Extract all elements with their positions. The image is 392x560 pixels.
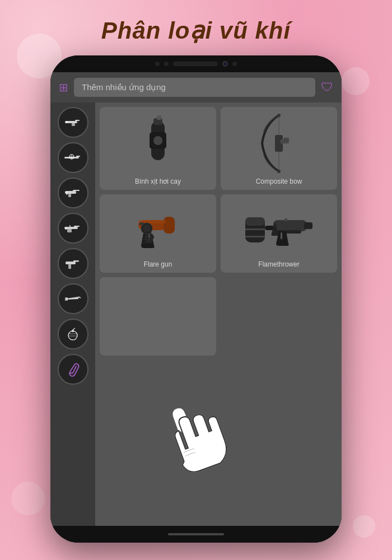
phone-speaker <box>173 62 218 66</box>
sidebar-item-clip[interactable] <box>58 354 88 385</box>
phone-dot-left2 <box>164 62 169 66</box>
sidebar <box>50 102 95 526</box>
svg-point-33 <box>153 136 162 145</box>
grid-icon: ⊞ <box>59 81 68 94</box>
search-input[interactable]: Thêm nhiều ứng dụng <box>74 78 315 97</box>
phone-bottom <box>50 526 342 543</box>
svg-rect-52 <box>245 217 265 226</box>
hand-cursor <box>151 400 241 492</box>
sidebar-item-grenade[interactable] <box>58 319 88 349</box>
svg-rect-20 <box>68 264 71 269</box>
sidebar-item-blade[interactable] <box>58 283 88 314</box>
svg-marker-21 <box>66 297 78 300</box>
weapon-card-pepper-spray[interactable]: Bình xịt hơi cay <box>100 107 216 190</box>
svg-rect-55 <box>304 222 312 229</box>
svg-rect-10 <box>73 190 80 191</box>
svg-rect-5 <box>76 156 80 157</box>
page-title: Phân loại vũ khí <box>101 17 291 44</box>
phone-shell: ⊞ Thêm nhiều ứng dụng 🛡 <box>50 55 342 543</box>
phone-screen: ⊞ Thêm nhiều ứng dụng 🛡 <box>50 72 342 526</box>
svg-point-38 <box>277 170 281 173</box>
weapon-card-flare-gun[interactable]: Flare gun <box>100 194 216 273</box>
svg-rect-54 <box>273 220 307 231</box>
sidebar-item-machine-gun[interactable] <box>58 213 88 244</box>
svg-rect-16 <box>65 228 67 230</box>
sidebar-item-smg[interactable] <box>58 178 88 208</box>
svg-rect-1 <box>75 120 80 121</box>
weapon-image-flamethrower <box>225 200 333 257</box>
svg-rect-57 <box>281 232 282 239</box>
shield-icon[interactable]: 🛡 <box>321 80 333 95</box>
svg-rect-46 <box>139 222 144 225</box>
search-bar: ⊞ Thêm nhiều ứng dụng 🛡 <box>50 72 342 102</box>
composite-bow-label: Composite bow <box>256 178 302 185</box>
svg-rect-12 <box>66 192 68 195</box>
phone-dot-right <box>232 62 237 66</box>
sidebar-item-rifle[interactable] <box>58 107 88 138</box>
svg-point-24 <box>68 331 77 340</box>
flamethrower-label: Flamethrower <box>258 260 299 268</box>
svg-rect-22 <box>65 297 68 301</box>
svg-rect-14 <box>74 226 80 227</box>
pepper-spray-label: Bình xịt hơi cay <box>135 178 181 185</box>
svg-rect-19 <box>73 260 79 262</box>
svg-line-26 <box>73 328 75 330</box>
phone-dot-left <box>155 62 160 66</box>
sidebar-item-sniper[interactable] <box>58 142 88 173</box>
svg-rect-59 <box>245 228 265 230</box>
weapon-image-flare-gun <box>104 200 212 257</box>
flare-gun-label: Flare gun <box>144 260 172 268</box>
svg-rect-31 <box>157 115 161 120</box>
svg-rect-17 <box>69 225 71 227</box>
svg-rect-39 <box>283 138 289 143</box>
svg-rect-11 <box>68 194 71 197</box>
svg-point-37 <box>277 114 281 117</box>
weapon-card-empty <box>100 277 216 356</box>
svg-rect-41 <box>164 217 175 234</box>
sidebar-item-pistol[interactable] <box>58 248 88 279</box>
svg-rect-18 <box>66 262 76 264</box>
svg-rect-15 <box>67 229 72 232</box>
weapon-image-bow <box>225 113 333 174</box>
svg-line-23 <box>78 297 81 298</box>
svg-rect-58 <box>284 218 287 221</box>
phone-top-bar <box>50 55 342 72</box>
svg-point-3 <box>66 121 68 123</box>
svg-rect-25 <box>72 330 74 332</box>
phone-home-bar <box>168 533 224 535</box>
weapon-card-composite-bow[interactable]: Composite bow <box>221 107 337 190</box>
weapon-card-flamethrower[interactable]: Flamethrower <box>221 194 337 273</box>
main-content: Bình xịt hơi cay <box>50 102 342 526</box>
weapon-image-pepper <box>104 113 212 174</box>
phone-camera <box>222 61 228 67</box>
svg-point-45 <box>143 225 151 232</box>
weapons-grid: Bình xịt hơi cay <box>95 102 342 526</box>
svg-rect-2 <box>72 123 75 126</box>
svg-rect-60 <box>245 236 265 237</box>
